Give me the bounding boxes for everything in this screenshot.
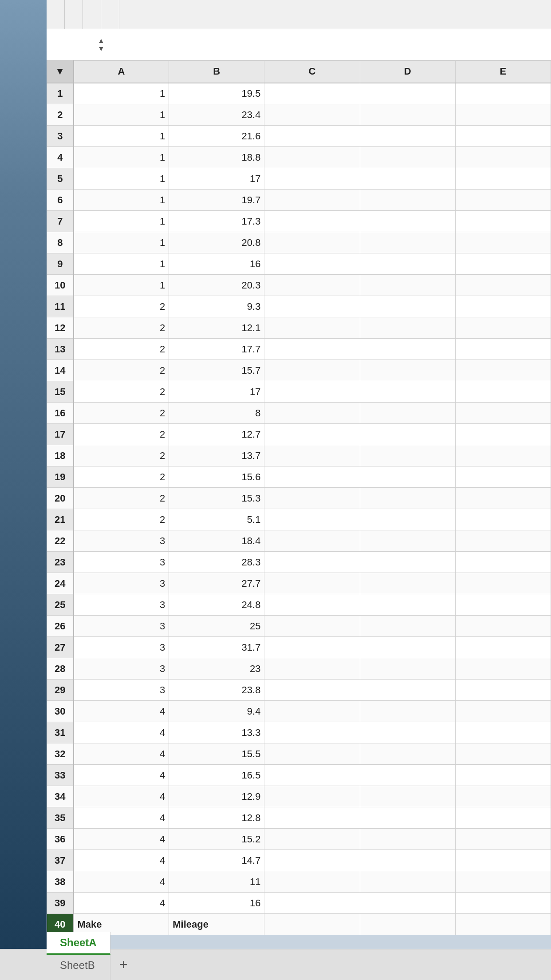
row-header[interactable]: 25 [47, 594, 74, 616]
cell-a[interactable]: 4 [74, 807, 169, 829]
row-header[interactable]: 2 [47, 104, 74, 126]
cell-b[interactable]: 20.8 [169, 232, 264, 253]
cell-e[interactable] [455, 488, 551, 509]
cell-a[interactable]: 4 [74, 743, 169, 765]
cell-d[interactable] [360, 829, 455, 850]
cell-e[interactable] [455, 253, 551, 275]
cell-c[interactable] [264, 488, 360, 509]
cell-e[interactable] [455, 637, 551, 658]
cell-d[interactable] [360, 573, 455, 594]
cell-a[interactable]: 2 [74, 424, 169, 445]
cell-b[interactable]: 11 [169, 871, 264, 893]
cell-d[interactable] [360, 296, 455, 317]
cell-c[interactable] [264, 701, 360, 722]
cell-e[interactable] [455, 296, 551, 317]
cell-c[interactable] [264, 914, 360, 935]
cell-c[interactable] [264, 317, 360, 339]
cell-c[interactable] [264, 573, 360, 594]
cell-b[interactable]: 9.4 [169, 701, 264, 722]
row-header[interactable]: 31 [47, 722, 74, 743]
row-header[interactable]: 11 [47, 296, 74, 317]
sheet-tab-sheetb[interactable]: SheetB [47, 955, 110, 976]
cell-b[interactable]: 23 [169, 658, 264, 680]
cell-d[interactable] [360, 381, 455, 403]
cell-d[interactable] [360, 339, 455, 360]
cell-c[interactable] [264, 680, 360, 701]
cell-b[interactable]: 28.3 [169, 552, 264, 573]
cell-d[interactable] [360, 594, 455, 616]
cell-c[interactable] [264, 893, 360, 914]
row-header[interactable]: 18 [47, 445, 74, 466]
cell-a[interactable]: 1 [74, 253, 169, 275]
row-header[interactable]: 35 [47, 807, 74, 829]
cell-c[interactable] [264, 786, 360, 807]
cell-d[interactable] [360, 317, 455, 339]
cell-b[interactable]: 18.4 [169, 530, 264, 552]
cell-c[interactable] [264, 637, 360, 658]
cell-d[interactable] [360, 680, 455, 701]
cell-d[interactable] [360, 893, 455, 914]
cell-e[interactable] [455, 701, 551, 722]
cell-d[interactable] [360, 616, 455, 637]
cell-b[interactable]: 21.6 [169, 126, 264, 147]
row-header[interactable]: 26 [47, 616, 74, 637]
cell-e[interactable] [455, 147, 551, 168]
cell-a[interactable]: 2 [74, 339, 169, 360]
cell-d[interactable] [360, 637, 455, 658]
cell-d[interactable] [360, 807, 455, 829]
cell-a[interactable]: 3 [74, 616, 169, 637]
cell-c[interactable] [264, 594, 360, 616]
cell-a[interactable]: 1 [74, 211, 169, 232]
cell-c[interactable] [264, 403, 360, 424]
cell-a[interactable]: 3 [74, 637, 169, 658]
cell-b[interactable]: 16 [169, 893, 264, 914]
cell-e[interactable] [455, 317, 551, 339]
cell-b[interactable]: 8 [169, 403, 264, 424]
cell-a[interactable]: 4 [74, 893, 169, 914]
cell-e[interactable] [455, 83, 551, 104]
cell-a[interactable]: 4 [74, 701, 169, 722]
cell-a[interactable]: 1 [74, 275, 169, 296]
cell-c[interactable] [264, 83, 360, 104]
row-header[interactable]: 37 [47, 850, 74, 871]
row-header[interactable]: 10 [47, 275, 74, 296]
cell-b[interactable]: 17.3 [169, 211, 264, 232]
cell-e[interactable] [455, 850, 551, 871]
cell-d[interactable] [360, 530, 455, 552]
cell-c[interactable] [264, 126, 360, 147]
cell-c[interactable] [264, 658, 360, 680]
cell-b[interactable]: 12.9 [169, 786, 264, 807]
cell-d[interactable] [360, 743, 455, 765]
cell-a[interactable]: 1 [74, 104, 169, 126]
cell-d[interactable] [360, 722, 455, 743]
cell-b[interactable]: 15.5 [169, 743, 264, 765]
col-header-d[interactable]: D [360, 61, 455, 83]
cell-a[interactable]: 3 [74, 573, 169, 594]
sheet-tab-sheeta[interactable]: SheetA [47, 932, 110, 955]
cell-d[interactable] [360, 658, 455, 680]
cell-a[interactable]: 3 [74, 552, 169, 573]
cell-a[interactable]: 3 [74, 680, 169, 701]
row-header[interactable]: 7 [47, 211, 74, 232]
row-header[interactable]: 19 [47, 466, 74, 488]
cell-c[interactable] [264, 509, 360, 530]
cell-a[interactable]: 1 [74, 190, 169, 211]
cell-e[interactable] [455, 893, 551, 914]
cell-e[interactable] [455, 658, 551, 680]
cell-a[interactable]: 3 [74, 530, 169, 552]
cell-d[interactable] [360, 211, 455, 232]
cell-d[interactable] [360, 466, 455, 488]
cell-d[interactable] [360, 914, 455, 935]
cell-b[interactable]: 14.7 [169, 850, 264, 871]
cell-e[interactable] [455, 168, 551, 190]
row-header[interactable]: 16 [47, 403, 74, 424]
cell-c[interactable] [264, 253, 360, 275]
cell-e[interactable] [455, 232, 551, 253]
cell-e[interactable] [455, 339, 551, 360]
cell-a[interactable]: 2 [74, 488, 169, 509]
cell-c[interactable] [264, 765, 360, 786]
cell-d[interactable] [360, 253, 455, 275]
row-header[interactable]: 3 [47, 126, 74, 147]
cell-b[interactable]: 23.8 [169, 680, 264, 701]
cell-a[interactable]: 2 [74, 360, 169, 381]
